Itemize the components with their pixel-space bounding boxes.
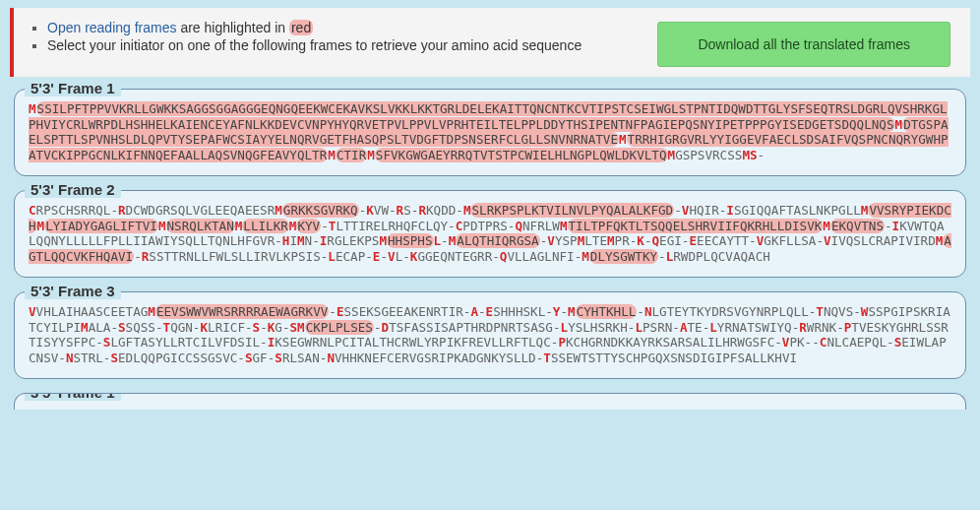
residue-run: DCWDGRSQLVGLEEQAEESR [126,203,276,218]
red-residue[interactable]: L [328,249,336,264]
red-residue[interactable]: S [110,351,118,365]
orf-segment[interactable]: CYHTKHLL [576,304,638,319]
residue-run: ALA- [89,320,118,335]
red-residue[interactable]: V [824,233,831,248]
orf-segment[interactable]: LYIADYGAGLIFTVI [44,219,158,233]
orf-segment[interactable]: HHSPHS [387,233,434,248]
red-residue[interactable]: M [81,320,89,335]
red-residue[interactable]: N [644,304,652,319]
red-residue[interactable]: M [148,304,155,319]
orf-segment[interactable]: ALQTHIQRGSA [456,233,539,248]
red-residue[interactable]: M [742,148,750,162]
orf-segment[interactable]: CKPLPLSES [305,320,374,335]
red-residue[interactable]: M [328,148,336,162]
red-residue[interactable]: M [668,148,676,162]
red-residue[interactable]: N [327,351,335,365]
residue-run: RPSCHSRRQL- [36,203,118,218]
residue-run: YSP [555,233,578,248]
red-residue[interactable]: V [29,304,36,319]
sequence-53-3[interactable]: VVHLAIHAASCEETAGMEEVSWWVWRSRRRRAEWAGRKVV… [29,304,951,366]
red-residue[interactable]: L [709,320,717,335]
red-residue[interactable]: N [66,351,74,365]
orf-segment[interactable]: EEVSWWVWRSRRRRAEWAGRKVV [155,304,329,319]
red-residue[interactable]: S [118,320,126,335]
residue-run: PR- [615,233,638,248]
residue-run: SGIQQAFTASLNKPGLL [734,203,861,218]
red-residue[interactable]: M [895,117,903,132]
residue-run: PK-- [789,335,819,350]
red-residue[interactable]: Q [652,233,660,248]
red-residue[interactable]: M [297,233,305,248]
residue-run: NLCAEPQL- [827,335,893,350]
orf-segment[interactable]: TILTPFQKTLTSQQELSHRVIIFQKRHLLDISVK [568,219,824,233]
orf-link[interactable]: Open reading frames [47,20,177,35]
orf-segment[interactable]: NSRQLKTAN [166,219,235,233]
frame-53-3: 5'3' Frame 3 VVHLAIHAASCEETAGMEEVSWWVWRS… [14,291,966,379]
red-residue[interactable]: M [275,203,282,218]
residue-run: I [289,233,297,248]
residue-run: - [374,320,382,335]
red-residue[interactable]: L [434,233,442,248]
red-residue[interactable]: I [726,203,734,218]
residue-run: TE- [687,320,709,335]
orf-segment[interactable]: KYV [296,219,321,233]
orf-segment[interactable]: CTIR [336,148,367,162]
red-residue[interactable]: M [619,132,627,147]
red-residue[interactable]: S [275,351,282,365]
red-residue[interactable]: M [607,233,615,248]
residue-run: PSRN- [643,320,680,335]
red-residue[interactable]: M [297,320,305,335]
red-residue[interactable]: K [200,320,208,335]
red-residue[interactable]: K [366,203,374,218]
orf-segment[interactable]: GRKKSGVRKQ [282,203,359,218]
orf-segment[interactable]: SSILPFTPPVVKRLLGWKKSAGGSGGAGGGEQNGQEEKWC… [29,101,948,132]
red-residue[interactable]: M [823,219,830,233]
red-residue[interactable]: D [382,320,390,335]
sequence-53-2[interactable]: CRPSCHSRRQL-RDCWDGRSQLVGLEEQAEESRMGRKKSG… [29,203,951,265]
red-residue[interactable]: M [568,304,576,319]
sequence-53-1[interactable]: MSSILPFTPPVVKRLLGWKKSAGGSGGAGGGEQNGQEEKW… [29,101,951,163]
residue-run: VHLAIHAASCEETAG [36,304,149,319]
red-residue[interactable]: M [158,219,166,233]
red-residue[interactable]: M [29,101,36,116]
orf-segment[interactable]: SFVKGWGAEYRRQTVTSTPCWIELHLNGPLQWLDKVLTQ [375,148,668,162]
red-residue[interactable]: V [388,249,396,264]
red-residue[interactable]: K [637,233,644,248]
red-residue[interactable]: M [560,219,568,233]
red-residue[interactable]: R [799,320,807,335]
residue-run: - [441,233,449,248]
red-residue[interactable]: P [558,335,566,350]
red-residue[interactable]: R [118,203,126,218]
bullet-orf-mid: are highlighted in [177,20,289,35]
red-residue[interactable]: S [290,320,298,335]
red-residue[interactable]: V [547,233,555,248]
orf-segment[interactable]: EKQVTNS [830,219,885,233]
red-residue[interactable]: C [29,203,36,218]
red-residue[interactable]: M [379,233,387,248]
residue-run: LGTEYTKYDRSVGYNRPLQLL- [652,304,817,319]
residue-run: - [637,304,644,319]
orf-segment[interactable]: LLILKR [242,219,289,233]
orf-segment[interactable]: SLRKPSPLKTVILNVLPYQALALKFGD [470,203,674,218]
red-residue[interactable]: A [470,304,478,319]
red-residue[interactable]: L [635,320,643,335]
red-residue[interactable]: E [337,304,344,319]
red-residue[interactable]: Q [515,219,522,233]
orf-segment[interactable]: DLYSGWTKY [589,249,658,264]
red-residue[interactable]: R [418,203,426,218]
red-residue[interactable]: T [163,320,171,335]
red-residue[interactable]: S [750,148,758,162]
red-residue[interactable]: S [245,351,253,365]
red-residue[interactable]: T [543,351,551,365]
residue-run: TSFASSISAPTHRDPNRTSASG- [389,320,560,335]
residue-run: - [674,203,682,218]
red-residue[interactable]: M [367,148,375,162]
red-residue[interactable]: L [561,320,569,335]
residue-run: YRNATSWIYQ- [717,320,799,335]
red-residue[interactable]: T [816,304,824,319]
frame-title-35-1: 3'5' Frame 1 [25,393,121,401]
red-residue[interactable]: M [582,249,589,264]
red-residue[interactable]: E [689,233,697,248]
residue-run: LRICF- [208,320,253,335]
download-button[interactable]: Download all the translated frames [657,22,950,67]
